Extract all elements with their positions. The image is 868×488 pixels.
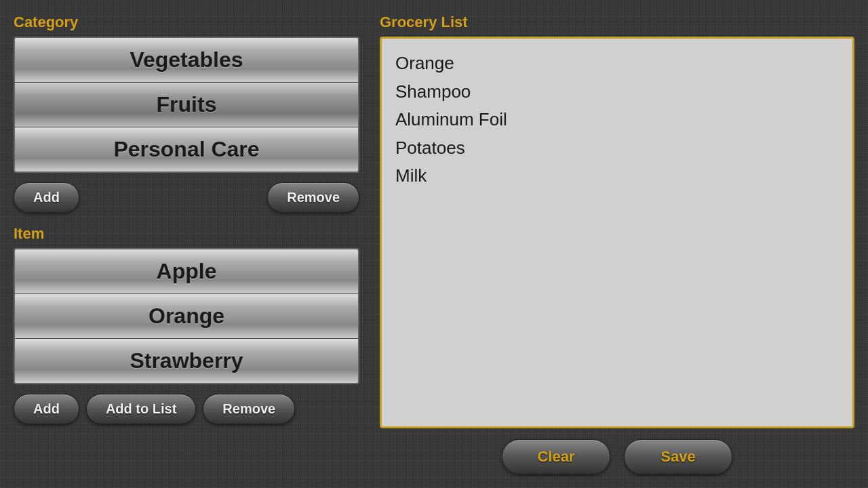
item-button-row: Add Add to List Remove <box>14 394 359 424</box>
category-button-row: Add Remove <box>14 182 359 213</box>
grocery-list-label: Grocery List <box>380 14 854 31</box>
item-label: Item <box>14 225 359 243</box>
grocery-list-box: OrangeShampooAluminum FoilPotatoesMilk <box>380 37 854 428</box>
category-item-vegetables[interactable]: Vegetables <box>15 38 358 83</box>
grocery-list-item: Aluminum Foil <box>395 106 839 134</box>
item-orange[interactable]: Orange <box>15 294 358 339</box>
category-remove-button[interactable]: Remove <box>267 182 359 213</box>
grocery-list-item: Orange <box>395 49 839 78</box>
item-remove-button[interactable]: Remove <box>203 394 295 424</box>
grocery-list-item: Potatoes <box>395 134 839 163</box>
category-item-fruits[interactable]: Fruits <box>15 83 358 127</box>
item-add-to-list-button[interactable]: Add to List <box>86 394 196 424</box>
category-item-personal-care[interactable]: Personal Care <box>15 127 358 171</box>
right-panel: Grocery List OrangeShampooAluminum FoilP… <box>380 14 854 474</box>
category-label: Category <box>14 14 359 31</box>
item-strawberry[interactable]: Strawberry <box>15 339 358 383</box>
item-add-button[interactable]: Add <box>14 394 79 424</box>
save-button[interactable]: Save <box>624 439 732 474</box>
grocery-list-item: Milk <box>395 162 839 190</box>
grocery-action-row: Clear Save <box>380 439 854 474</box>
category-list: Vegetables Fruits Personal Care <box>14 37 359 173</box>
left-panel: Category Vegetables Fruits Personal Care… <box>14 14 359 474</box>
item-list: Apple Orange Strawberry <box>14 248 359 384</box>
grocery-list-item: Shampoo <box>395 78 839 106</box>
clear-button[interactable]: Clear <box>502 439 610 474</box>
item-apple[interactable]: Apple <box>15 249 358 294</box>
category-add-button[interactable]: Add <box>14 182 79 213</box>
